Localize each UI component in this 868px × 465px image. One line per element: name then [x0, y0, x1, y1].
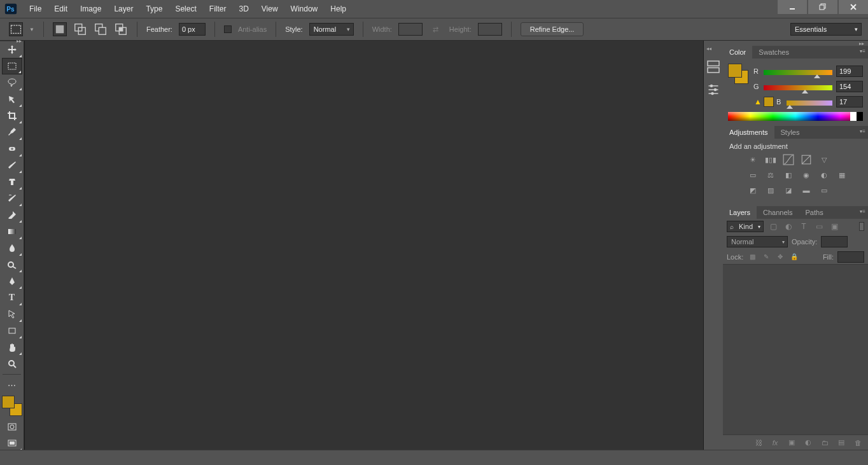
- filter-type-icon[interactable]: T: [798, 221, 809, 232]
- history-panel-icon[interactable]: [706, 60, 721, 74]
- panel-menu-icon[interactable]: ▾≡: [860, 128, 865, 134]
- menu-select[interactable]: Select: [169, 0, 202, 18]
- tab-swatches[interactable]: Swatches: [752, 46, 795, 59]
- zoom-tool-icon[interactable]: [2, 356, 22, 372]
- selection-subtract-icon[interactable]: [94, 22, 108, 36]
- menu-layer[interactable]: Layer: [108, 0, 139, 18]
- new-layer-icon[interactable]: ▤: [836, 438, 846, 448]
- gradient-tool-icon[interactable]: [2, 223, 22, 240]
- shape-tool-icon[interactable]: [2, 323, 22, 339]
- feather-input[interactable]: [179, 23, 206, 36]
- chevron-down-icon[interactable]: ▼: [29, 27, 34, 32]
- gamut-swatch[interactable]: [764, 97, 774, 107]
- new-adjust-layer-icon[interactable]: ◐: [803, 438, 813, 448]
- properties-panel-icon[interactable]: [706, 83, 721, 97]
- b-slider[interactable]: [787, 99, 832, 105]
- g-input[interactable]: [836, 81, 863, 92]
- threshold-adj-icon[interactable]: ◪: [783, 184, 794, 196]
- opacity-input[interactable]: [821, 236, 848, 247]
- filter-adjust-icon[interactable]: ◐: [783, 221, 794, 232]
- type-tool-icon[interactable]: T: [2, 289, 22, 306]
- color-fg-swatch[interactable]: [728, 64, 742, 78]
- quick-mask-icon[interactable]: [2, 419, 22, 435]
- lasso-tool-icon[interactable]: [2, 74, 22, 91]
- filter-toggle[interactable]: [859, 222, 864, 231]
- menu-view[interactable]: View: [255, 0, 284, 18]
- fill-input[interactable]: [837, 251, 864, 263]
- eraser-tool-icon[interactable]: [2, 207, 22, 223]
- invert-adj-icon[interactable]: ◩: [747, 184, 759, 196]
- foreground-swatch[interactable]: [2, 396, 15, 408]
- selection-new-icon[interactable]: [53, 22, 67, 36]
- blur-tool-icon[interactable]: [2, 240, 22, 256]
- panel-menu-icon[interactable]: ▾≡: [860, 48, 865, 54]
- curves-adj-icon[interactable]: [783, 154, 794, 165]
- mixer-adj-icon[interactable]: ◐: [818, 169, 830, 181]
- tab-paths[interactable]: Paths: [799, 206, 830, 219]
- menu-filter[interactable]: Filter: [203, 0, 233, 18]
- crop-tool-icon[interactable]: [2, 108, 22, 124]
- menu-help[interactable]: Help: [324, 0, 353, 18]
- path-select-tool-icon[interactable]: [2, 306, 22, 323]
- layer-filter-select[interactable]: Kind: [727, 221, 764, 232]
- r-input[interactable]: [836, 66, 863, 77]
- edit-toolbar-icon[interactable]: ⋯: [2, 377, 22, 393]
- b-input[interactable]: [836, 96, 863, 108]
- photo-filter-adj-icon[interactable]: ◉: [801, 169, 812, 181]
- tab-color[interactable]: Color: [723, 46, 752, 59]
- menu-edit[interactable]: Edit: [48, 0, 74, 18]
- filter-shape-icon[interactable]: ▭: [813, 221, 825, 232]
- menu-file[interactable]: File: [23, 0, 48, 18]
- layer-mask-icon[interactable]: ▣: [787, 438, 797, 448]
- workspace-select[interactable]: Essentials: [790, 23, 862, 36]
- levels-adj-icon[interactable]: ▮▯▮: [765, 154, 776, 165]
- brush-tool-icon[interactable]: [2, 157, 22, 174]
- pen-tool-icon[interactable]: [2, 273, 22, 289]
- hand-tool-icon[interactable]: [2, 339, 22, 356]
- quick-select-tool-icon[interactable]: [2, 91, 22, 108]
- window-close-button[interactable]: [839, 0, 868, 14]
- vibrance-adj-icon[interactable]: ▽: [818, 154, 830, 165]
- lock-transparent-icon[interactable]: ▩: [747, 252, 757, 262]
- refine-edge-button[interactable]: Refine Edge...: [521, 22, 584, 36]
- selection-intersect-icon[interactable]: [114, 22, 128, 36]
- tab-adjustments[interactable]: Adjustments: [723, 126, 774, 139]
- blend-mode-select[interactable]: Normal: [727, 236, 788, 247]
- style-select[interactable]: Normal: [309, 23, 354, 36]
- bw-adj-icon[interactable]: ◧: [783, 169, 794, 181]
- menu-image[interactable]: Image: [74, 0, 108, 18]
- history-brush-tool-icon[interactable]: [2, 190, 22, 207]
- r-slider[interactable]: [764, 68, 832, 74]
- color-spectrum[interactable]: [728, 112, 863, 121]
- layer-fx-icon[interactable]: fx: [770, 438, 780, 448]
- posterize-adj-icon[interactable]: ▨: [765, 184, 776, 196]
- color-swatches-tool[interactable]: [2, 396, 22, 416]
- canvas-area[interactable]: [24, 41, 704, 450]
- filter-smart-icon[interactable]: ▣: [829, 221, 840, 232]
- eyedropper-tool-icon[interactable]: [2, 124, 22, 141]
- hue-adj-icon[interactable]: ▭: [747, 169, 759, 181]
- move-tool-icon[interactable]: [2, 41, 22, 58]
- selection-add-icon[interactable]: [73, 22, 87, 36]
- g-slider[interactable]: [764, 83, 832, 90]
- tab-layers[interactable]: Layers: [723, 206, 757, 219]
- link-layers-icon[interactable]: ⛓: [753, 438, 764, 448]
- healing-brush-tool-icon[interactable]: [2, 141, 22, 157]
- clone-stamp-tool-icon[interactable]: [2, 174, 22, 190]
- lookup-adj-icon[interactable]: ▦: [836, 169, 848, 181]
- tab-styles[interactable]: Styles: [774, 126, 806, 139]
- tab-channels[interactable]: Channels: [757, 206, 799, 219]
- gradmap-adj-icon[interactable]: ▬: [801, 184, 812, 196]
- gamut-warning-icon[interactable]: ▲: [753, 97, 762, 106]
- lock-all-icon[interactable]: 🔒: [789, 252, 799, 262]
- brightness-adj-icon[interactable]: ☀: [747, 154, 759, 165]
- filter-pixel-icon[interactable]: ▢: [767, 221, 779, 232]
- menu-type[interactable]: Type: [139, 0, 169, 18]
- layers-list[interactable]: [723, 265, 868, 434]
- exposure-adj-icon[interactable]: [801, 154, 812, 165]
- menu-window[interactable]: Window: [284, 0, 325, 18]
- panel-menu-icon[interactable]: ▾≡: [860, 209, 865, 214]
- lock-pixels-icon[interactable]: ✎: [761, 252, 771, 262]
- balance-adj-icon[interactable]: ⚖: [765, 169, 776, 181]
- marquee-tool-icon[interactable]: [2, 58, 22, 74]
